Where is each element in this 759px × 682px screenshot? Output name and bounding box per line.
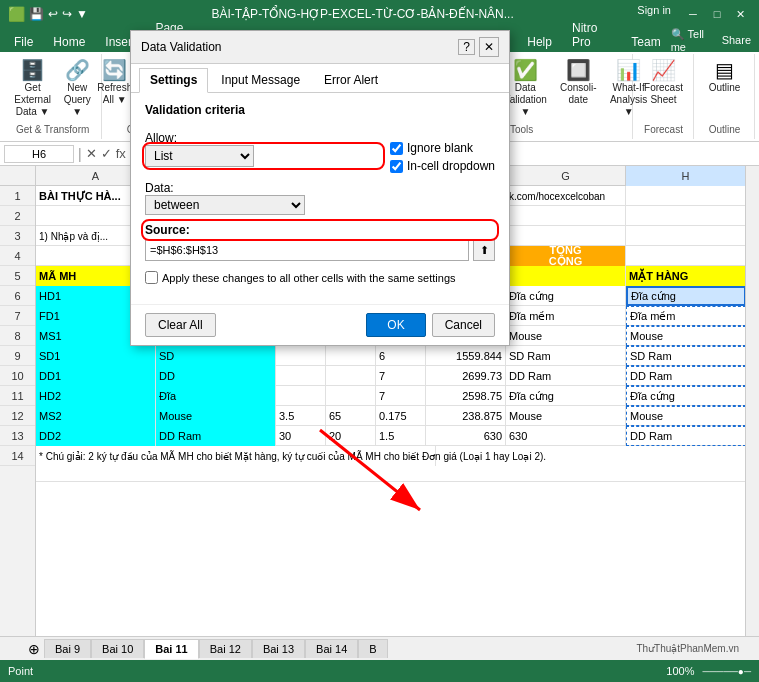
dialog-title-controls: ? ✕ — [458, 37, 499, 57]
allow-select-wrapper: List Any value Whole number Decimal Date… — [145, 145, 382, 167]
clear-all-btn[interactable]: Clear All — [145, 313, 216, 337]
data-validation-dialog: Data Validation ? ✕ Settings Input Messa… — [130, 30, 510, 346]
dialog-help-btn[interactable]: ? — [458, 39, 475, 55]
source-input[interactable] — [145, 239, 469, 261]
validation-criteria-label: Validation criteria — [145, 103, 495, 117]
dialog-tab-input[interactable]: Input Message — [210, 68, 311, 92]
cancel-btn[interactable]: Cancel — [432, 313, 495, 337]
ignore-blank-label: Ignore blank — [407, 141, 473, 155]
source-expand-btn[interactable]: ⬆ — [473, 239, 495, 261]
data-col: Data: between not between equal to not e… — [145, 181, 305, 215]
dialog-tabs: Settings Input Message Error Alert — [131, 64, 509, 93]
source-label-wrapper: Source: — [145, 223, 495, 237]
data-label: Data: — [145, 181, 305, 195]
dialog-tab-error[interactable]: Error Alert — [313, 68, 389, 92]
data-select[interactable]: between not between equal to not equal t… — [145, 195, 305, 215]
source-label: Source: — [145, 223, 190, 237]
allow-col: Allow: List Any value Whole number Decim… — [145, 131, 382, 167]
dialog-action-btns: OK Cancel — [366, 313, 495, 337]
checkboxes: Ignore blank In-cell dropdown — [390, 125, 495, 173]
in-cell-dropdown-label: In-cell dropdown — [407, 159, 495, 173]
dialog-overlay: Data Validation ? ✕ Settings Input Messa… — [0, 0, 759, 682]
source-col: Source: ⬆ — [145, 223, 495, 261]
dialog-close-btn[interactable]: ✕ — [479, 37, 499, 57]
dialog-content: Validation criteria Allow: List Any valu… — [131, 93, 509, 304]
allow-label: Allow: — [145, 131, 382, 145]
dialog-title: Data Validation — [141, 40, 222, 54]
source-row: Source: ⬆ — [145, 223, 495, 261]
dialog-footer: Clear All OK Cancel — [131, 304, 509, 345]
svg-line-1 — [320, 430, 420, 510]
dialog-titlebar: Data Validation ? ✕ — [131, 31, 509, 64]
source-circle-highlight — [141, 219, 499, 241]
dialog-tab-settings[interactable]: Settings — [139, 68, 208, 93]
ignore-blank-checkbox[interactable] — [390, 142, 403, 155]
allow-row: Allow: List Any value Whole number Decim… — [145, 125, 495, 173]
apply-row: Apply these changes to all other cells w… — [145, 271, 495, 284]
apply-label: Apply these changes to all other cells w… — [162, 272, 456, 284]
source-input-row: ⬆ — [145, 239, 495, 261]
ok-btn[interactable]: OK — [366, 313, 425, 337]
apply-checkbox[interactable] — [145, 271, 158, 284]
allow-select[interactable]: List Any value Whole number Decimal Date… — [145, 145, 254, 167]
data-row: Data: between not between equal to not e… — [145, 181, 495, 215]
in-cell-dropdown-checkbox[interactable] — [390, 160, 403, 173]
ignore-blank-row: Ignore blank — [390, 141, 495, 155]
in-cell-dropdown-row: In-cell dropdown — [390, 159, 495, 173]
